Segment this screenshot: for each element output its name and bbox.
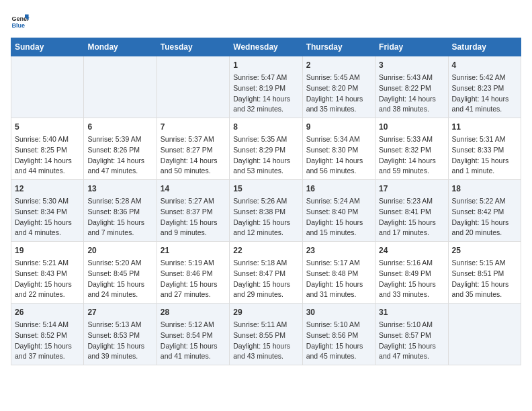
day-info: Sunrise: 5:34 AM Sunset: 8:30 PM Dayligh…: [306, 134, 371, 177]
calendar-day-cell: 25Sunrise: 5:15 AM Sunset: 8:51 PM Dayli…: [448, 242, 521, 304]
day-number: 26: [15, 306, 80, 318]
calendar-day-cell: 11Sunrise: 5:31 AM Sunset: 8:33 PM Dayli…: [448, 118, 521, 180]
day-info: Sunrise: 5:22 AM Sunset: 8:42 PM Dayligh…: [452, 196, 517, 238]
calendar-day-cell: 5Sunrise: 5:40 AM Sunset: 8:25 PM Daylig…: [11, 118, 84, 180]
calendar-day-cell: 29Sunrise: 5:11 AM Sunset: 8:55 PM Dayli…: [230, 304, 302, 365]
calendar-day-cell: [84, 56, 157, 118]
calendar-day-cell: 15Sunrise: 5:26 AM Sunset: 8:38 PM Dayli…: [230, 180, 302, 242]
logo: General Blue: [11, 11, 30, 30]
calendar-week-row: 5Sunrise: 5:40 AM Sunset: 8:25 PM Daylig…: [11, 118, 521, 180]
day-number: 27: [87, 306, 152, 318]
day-number: 22: [233, 244, 298, 257]
calendar-day-cell: 1Sunrise: 5:47 AM Sunset: 8:19 PM Daylig…: [230, 56, 302, 118]
day-info: Sunrise: 5:13 AM Sunset: 8:53 PM Dayligh…: [87, 320, 152, 362]
calendar-day-cell: 22Sunrise: 5:18 AM Sunset: 8:47 PM Dayli…: [230, 242, 302, 304]
day-number: 7: [161, 121, 226, 133]
day-number: 14: [161, 183, 226, 195]
day-info: Sunrise: 5:33 AM Sunset: 8:32 PM Dayligh…: [379, 134, 444, 177]
day-info: Sunrise: 5:18 AM Sunset: 8:47 PM Dayligh…: [233, 258, 298, 300]
day-number: 13: [87, 183, 152, 195]
day-number: 15: [233, 183, 298, 195]
day-info: Sunrise: 5:15 AM Sunset: 8:51 PM Dayligh…: [452, 258, 517, 300]
calendar-day-cell: 2Sunrise: 5:45 AM Sunset: 8:20 PM Daylig…: [302, 56, 375, 118]
day-number: 4: [452, 59, 517, 71]
day-info: Sunrise: 5:17 AM Sunset: 8:48 PM Dayligh…: [306, 258, 371, 300]
day-number: 18: [452, 183, 517, 195]
calendar-day-cell: 4Sunrise: 5:42 AM Sunset: 8:23 PM Daylig…: [448, 56, 521, 118]
day-info: Sunrise: 5:23 AM Sunset: 8:41 PM Dayligh…: [379, 196, 444, 238]
day-info: Sunrise: 5:45 AM Sunset: 8:20 PM Dayligh…: [306, 73, 371, 115]
calendar-day-cell: 6Sunrise: 5:39 AM Sunset: 8:26 PM Daylig…: [84, 118, 157, 180]
day-info: Sunrise: 5:21 AM Sunset: 8:43 PM Dayligh…: [15, 258, 80, 300]
day-number: 11: [452, 121, 517, 133]
calendar-day-cell: 8Sunrise: 5:35 AM Sunset: 8:29 PM Daylig…: [230, 118, 302, 180]
calendar-day-cell: 9Sunrise: 5:34 AM Sunset: 8:30 PM Daylig…: [302, 118, 375, 180]
calendar-day-cell: 20Sunrise: 5:20 AM Sunset: 8:45 PM Dayli…: [84, 242, 157, 304]
day-info: Sunrise: 5:11 AM Sunset: 8:55 PM Dayligh…: [233, 320, 298, 362]
day-info: Sunrise: 5:31 AM Sunset: 8:33 PM Dayligh…: [452, 134, 517, 177]
day-number: 23: [306, 244, 371, 257]
day-number: 8: [233, 121, 298, 133]
day-number: 5: [15, 121, 80, 133]
day-number: 3: [379, 59, 444, 71]
day-info: Sunrise: 5:14 AM Sunset: 8:52 PM Dayligh…: [15, 320, 80, 362]
day-number: 24: [379, 244, 444, 257]
weekday-header-cell: Wednesday: [230, 38, 302, 56]
day-info: Sunrise: 5:24 AM Sunset: 8:40 PM Dayligh…: [306, 196, 371, 238]
calendar-day-cell: 31Sunrise: 5:10 AM Sunset: 8:57 PM Dayli…: [375, 304, 448, 365]
calendar-day-cell: 24Sunrise: 5:16 AM Sunset: 8:49 PM Dayli…: [375, 242, 448, 304]
day-number: 6: [87, 121, 152, 133]
day-number: 31: [379, 306, 444, 318]
calendar-day-cell: 18Sunrise: 5:22 AM Sunset: 8:42 PM Dayli…: [448, 180, 521, 242]
day-number: 21: [161, 244, 226, 257]
calendar-day-cell: [448, 304, 521, 365]
calendar-week-row: 19Sunrise: 5:21 AM Sunset: 8:43 PM Dayli…: [11, 242, 521, 304]
day-number: 28: [161, 306, 226, 318]
day-info: Sunrise: 5:35 AM Sunset: 8:29 PM Dayligh…: [233, 134, 298, 177]
calendar-day-cell: 26Sunrise: 5:14 AM Sunset: 8:52 PM Dayli…: [11, 304, 84, 365]
calendar-day-cell: 19Sunrise: 5:21 AM Sunset: 8:43 PM Dayli…: [11, 242, 84, 304]
weekday-header-cell: Friday: [375, 38, 448, 56]
day-number: 16: [306, 183, 371, 195]
day-info: Sunrise: 5:40 AM Sunset: 8:25 PM Dayligh…: [15, 134, 80, 177]
day-number: 2: [306, 59, 371, 71]
calendar-week-row: 12Sunrise: 5:30 AM Sunset: 8:34 PM Dayli…: [11, 180, 521, 242]
day-info: Sunrise: 5:20 AM Sunset: 8:45 PM Dayligh…: [87, 258, 152, 300]
day-info: Sunrise: 5:39 AM Sunset: 8:26 PM Dayligh…: [87, 134, 152, 177]
day-number: 29: [233, 306, 298, 318]
weekday-header-cell: Monday: [84, 38, 157, 56]
day-info: Sunrise: 5:37 AM Sunset: 8:27 PM Dayligh…: [161, 134, 226, 177]
day-number: 30: [306, 306, 371, 318]
day-info: Sunrise: 5:10 AM Sunset: 8:57 PM Dayligh…: [379, 320, 444, 362]
calendar-day-cell: 17Sunrise: 5:23 AM Sunset: 8:41 PM Dayli…: [375, 180, 448, 242]
day-number: 12: [15, 183, 80, 195]
calendar-day-cell: 23Sunrise: 5:17 AM Sunset: 8:48 PM Dayli…: [302, 242, 375, 304]
calendar-day-cell: 12Sunrise: 5:30 AM Sunset: 8:34 PM Dayli…: [11, 180, 84, 242]
day-info: Sunrise: 5:10 AM Sunset: 8:56 PM Dayligh…: [306, 320, 371, 362]
day-info: Sunrise: 5:30 AM Sunset: 8:34 PM Dayligh…: [15, 196, 80, 238]
day-number: 17: [379, 183, 444, 195]
calendar-week-row: 1Sunrise: 5:47 AM Sunset: 8:19 PM Daylig…: [11, 56, 521, 118]
calendar-day-cell: [11, 56, 84, 118]
calendar-day-cell: [157, 56, 229, 118]
weekday-header-row: SundayMondayTuesdayWednesdayThursdayFrid…: [11, 38, 521, 56]
calendar-day-cell: 14Sunrise: 5:27 AM Sunset: 8:37 PM Dayli…: [157, 180, 229, 242]
calendar-day-cell: 21Sunrise: 5:19 AM Sunset: 8:46 PM Dayli…: [157, 242, 229, 304]
day-info: Sunrise: 5:43 AM Sunset: 8:22 PM Dayligh…: [379, 73, 444, 115]
weekday-header-cell: Saturday: [448, 38, 521, 56]
calendar-day-cell: 28Sunrise: 5:12 AM Sunset: 8:54 PM Dayli…: [157, 304, 229, 365]
day-number: 25: [452, 244, 517, 257]
calendar-day-cell: 13Sunrise: 5:28 AM Sunset: 8:36 PM Dayli…: [84, 180, 157, 242]
day-number: 9: [306, 121, 371, 133]
calendar-day-cell: 27Sunrise: 5:13 AM Sunset: 8:53 PM Dayli…: [84, 304, 157, 365]
day-info: Sunrise: 5:27 AM Sunset: 8:37 PM Dayligh…: [161, 196, 226, 238]
day-info: Sunrise: 5:28 AM Sunset: 8:36 PM Dayligh…: [87, 196, 152, 238]
page-header: General Blue: [11, 11, 521, 30]
weekday-header-cell: Tuesday: [157, 38, 229, 56]
day-number: 20: [87, 244, 152, 257]
calendar-day-cell: 30Sunrise: 5:10 AM Sunset: 8:56 PM Dayli…: [302, 304, 375, 365]
day-number: 10: [379, 121, 444, 133]
calendar-day-cell: 3Sunrise: 5:43 AM Sunset: 8:22 PM Daylig…: [375, 56, 448, 118]
day-info: Sunrise: 5:12 AM Sunset: 8:54 PM Dayligh…: [161, 320, 226, 362]
day-info: Sunrise: 5:16 AM Sunset: 8:49 PM Dayligh…: [379, 258, 444, 300]
